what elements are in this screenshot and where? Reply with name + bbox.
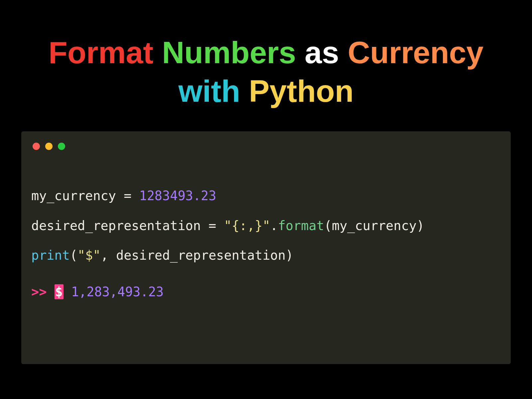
code-line-1: my_currency = 1283493.23 xyxy=(31,188,501,203)
minimize-icon[interactable] xyxy=(45,143,53,150)
window-controls xyxy=(31,141,501,150)
dollar-sign-icon: $ xyxy=(55,284,64,299)
title-word-with: with xyxy=(178,72,240,110)
code-line-2: desired_representation = "{:,}".format(m… xyxy=(31,218,501,233)
close-icon[interactable] xyxy=(33,143,40,150)
title-word-python: Python xyxy=(249,72,353,110)
title-word-as: as xyxy=(305,33,339,72)
output-prompt: >> xyxy=(31,284,55,299)
title-word-currency: Currency xyxy=(348,33,483,72)
output-value: 1,283,493.23 xyxy=(71,284,164,299)
code-output-line: >> $ 1,283,493.23 xyxy=(31,284,501,299)
code-editor-window: my_currency = 1283493.23desired_represen… xyxy=(21,131,511,364)
title-word-numbers: Numbers xyxy=(162,33,296,72)
page-title: FormatNumbersasCurrency withPython xyxy=(0,0,532,111)
title-word-format: Format xyxy=(49,33,153,72)
zoom-icon[interactable] xyxy=(58,143,65,150)
code-line-3: print("$", desired_representation) xyxy=(31,248,501,263)
code-block: my_currency = 1283493.23desired_represen… xyxy=(31,173,501,330)
